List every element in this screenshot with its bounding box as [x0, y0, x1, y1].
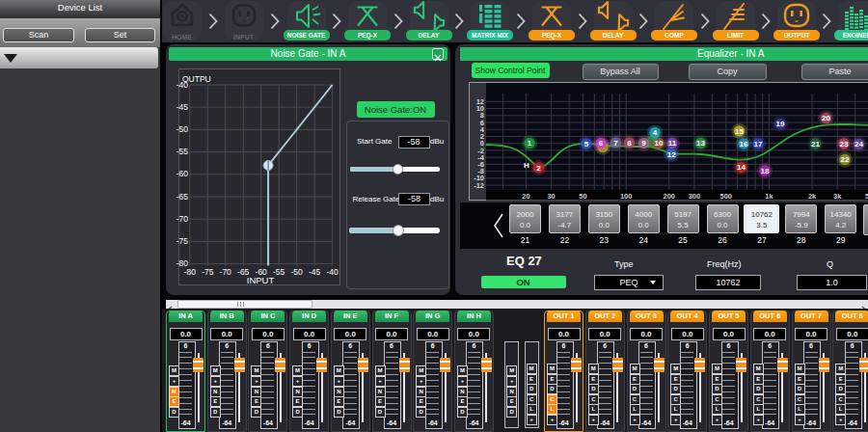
svg-text:500: 500 — [720, 192, 733, 201]
svg-text:18: 18 — [761, 167, 770, 176]
svg-text:4: 4 — [653, 128, 658, 137]
svg-text:-45: -45 — [176, 102, 189, 112]
svg-text:OUTPU: OUTPU — [182, 74, 211, 84]
svg-text:15: 15 — [735, 127, 744, 136]
svg-text:14: 14 — [737, 163, 746, 172]
svg-text:-80: -80 — [184, 267, 197, 277]
svg-text:21: 21 — [811, 140, 820, 148]
svg-text:13: 13 — [696, 139, 705, 148]
svg-text:8: 8 — [627, 139, 632, 148]
svg-text:9: 9 — [641, 139, 646, 148]
svg-text:50: 50 — [579, 192, 586, 201]
svg-text:24: 24 — [854, 140, 863, 148]
svg-text:-40: -40 — [326, 267, 339, 277]
svg-text:-50: -50 — [290, 267, 303, 277]
svg-text:3k: 3k — [833, 192, 842, 201]
svg-text:INPUT: INPUT — [247, 275, 275, 284]
svg-text:200: 200 — [664, 192, 676, 201]
svg-text:-70: -70 — [176, 214, 189, 224]
svg-text:H: H — [524, 161, 529, 170]
svg-text:20: 20 — [822, 114, 830, 122]
svg-text:-65: -65 — [176, 192, 189, 202]
svg-text:-75: -75 — [202, 267, 214, 277]
svg-text:-55: -55 — [273, 267, 285, 277]
svg-text:2: 2 — [536, 164, 541, 173]
svg-text:12: 12 — [667, 150, 676, 159]
svg-text:20: 20 — [522, 192, 529, 201]
svg-text:-60: -60 — [176, 169, 189, 178]
svg-text:30: 30 — [547, 192, 555, 201]
svg-text:7: 7 — [613, 139, 618, 148]
svg-text:-75: -75 — [176, 236, 189, 246]
svg-text:6: 6 — [599, 139, 604, 148]
svg-text:22: 22 — [841, 155, 850, 164]
svg-text:19: 19 — [776, 120, 785, 128]
svg-text:100: 100 — [620, 192, 633, 201]
svg-text:2k: 2k — [808, 192, 817, 201]
svg-text:-70: -70 — [220, 267, 232, 277]
svg-text:-55: -55 — [176, 147, 189, 156]
svg-text:17: 17 — [754, 140, 763, 148]
svg-text:1: 1 — [528, 139, 532, 148]
svg-text:1k: 1k — [765, 192, 773, 201]
svg-text:23: 23 — [840, 140, 849, 148]
svg-text:-50: -50 — [176, 124, 189, 134]
svg-text:5: 5 — [584, 140, 589, 148]
svg-text:300: 300 — [689, 192, 701, 201]
svg-text:16: 16 — [740, 140, 748, 148]
svg-text:-45: -45 — [309, 267, 321, 277]
svg-text:-12: -12 — [474, 181, 484, 190]
